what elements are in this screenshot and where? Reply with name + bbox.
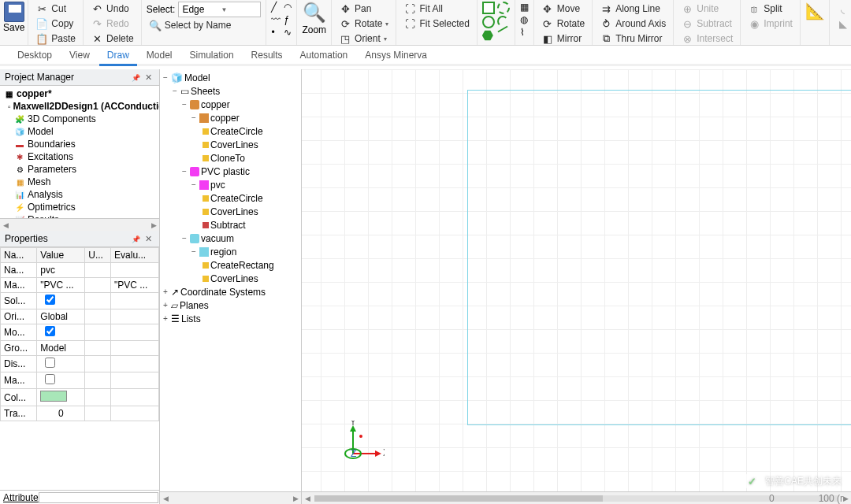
pan-button[interactable]: ✥Pan bbox=[336, 2, 391, 16]
properties-table[interactable]: Na...ValueU...Evalu... Na...pvc Ma..."PV… bbox=[0, 247, 159, 421]
ribbon: Save ✂Cut 📄Copy 📋Paste ↶Undo ↷Redo ✕Dele… bbox=[0, 0, 851, 46]
pin-icon[interactable]: 📌 bbox=[129, 235, 143, 243]
pm-parameters: ⚙Parameters bbox=[3, 163, 156, 176]
solve-inside-checkbox[interactable] bbox=[45, 295, 55, 305]
intersect-button: ⊗Intersect bbox=[678, 32, 735, 46]
paste-button[interactable]: 📋Paste bbox=[33, 32, 78, 46]
svg-marker-3 bbox=[375, 450, 381, 457]
pm-optimetrics: ⚡Optimetrics bbox=[3, 201, 156, 213]
tab-draw[interactable]: Draw bbox=[99, 46, 137, 66]
thru-mirror-button[interactable]: ⧉Thru Mirror bbox=[597, 32, 668, 46]
arc-tool-icon[interactable]: ◠ bbox=[284, 2, 292, 13]
pin-icon[interactable]: 📌 bbox=[129, 74, 143, 82]
region-boundary bbox=[467, 90, 851, 425]
imprint-button: ◉Imprint bbox=[745, 17, 795, 31]
table-row: Dis... bbox=[1, 356, 159, 372]
pm-excitations: ✱Excitations bbox=[3, 150, 156, 163]
table-row: Ori...Global bbox=[1, 309, 159, 324]
tab-model[interactable]: Model bbox=[139, 46, 180, 64]
cyl-3d-icon[interactable]: ◍ bbox=[520, 14, 529, 25]
cut-button[interactable]: ✂Cut bbox=[33, 2, 78, 16]
wechat-icon: ✓ bbox=[743, 472, 760, 490]
mirror-button[interactable]: ◧Mirror bbox=[539, 32, 587, 46]
eq-tool-icon[interactable]: ƒ bbox=[284, 14, 292, 25]
color-swatch[interactable] bbox=[40, 391, 67, 402]
along-line-button[interactable]: ⇉Along Line bbox=[597, 2, 668, 16]
table-row: Mo... bbox=[1, 324, 159, 341]
polygon-tool-icon[interactable] bbox=[482, 30, 493, 41]
save-button[interactable]: Save bbox=[3, 22, 24, 33]
watermark: ✓ 智善CAE共创未来 bbox=[743, 472, 842, 490]
main-tabs: Desktop View Draw Model Simulation Resul… bbox=[0, 46, 851, 66]
undo-button[interactable]: ↶Undo bbox=[88, 2, 136, 16]
orient-button[interactable]: ◳Orient▾ bbox=[336, 32, 391, 46]
tab-desktop[interactable]: Desktop bbox=[9, 46, 60, 64]
fit-all-button[interactable]: ⛶Fit All bbox=[401, 2, 471, 16]
pm-boundaries: ▬Boundaries bbox=[3, 138, 156, 150]
tab-simulation[interactable]: Simulation bbox=[182, 46, 242, 64]
svg-point-5 bbox=[359, 435, 362, 438]
split-button[interactable]: ⎅Split bbox=[745, 2, 795, 16]
coordinate-triad[interactable]: Z Y X bbox=[329, 421, 385, 476]
display-checkbox[interactable] bbox=[45, 358, 55, 368]
close-icon[interactable]: ✕ bbox=[143, 72, 154, 82]
chamfer-button: ◣Chamfer bbox=[834, 17, 851, 31]
rectangle-tool-icon[interactable] bbox=[482, 2, 495, 14]
canvas-viewport[interactable]: Y X pvc, Edge_13 Z Y X ✓ 智善CAE共创未来 ◀ ▶ 0… bbox=[302, 69, 851, 504]
move-button[interactable]: ✥Move bbox=[539, 2, 587, 16]
project-manager-header: Project Manager 📌✕ bbox=[0, 69, 159, 86]
line-tool-icon[interactable]: ╱ bbox=[271, 2, 281, 13]
project-tree[interactable]: ▦copper* ▫Maxwell2DDesign1 (ACConduction… bbox=[0, 86, 159, 218]
measure-icon[interactable]: 📐 bbox=[805, 2, 824, 20]
point-tool-icon[interactable]: • bbox=[271, 27, 281, 38]
pm-3dcomp: 🧩3D Components bbox=[3, 113, 156, 125]
project-node: ▦copper* bbox=[3, 87, 156, 100]
attribute-input[interactable] bbox=[39, 492, 158, 503]
material-checkbox[interactable] bbox=[45, 374, 55, 384]
tab-minerva[interactable]: Ansys Minerva bbox=[357, 46, 435, 64]
table-row: Col... bbox=[1, 389, 159, 406]
delete-button[interactable]: ✕Delete bbox=[88, 32, 136, 46]
model-tree[interactable]: −🧊Model −▭Sheets −copper −copper CreateC… bbox=[160, 69, 301, 491]
properties-header: Properties 📌✕ bbox=[0, 231, 159, 247]
pm-scrollbar[interactable]: ◀▶ bbox=[0, 218, 159, 231]
table-row: Tra...0 bbox=[1, 406, 159, 421]
subtract-button: ⊖Subtract bbox=[678, 17, 735, 31]
tab-results[interactable]: Results bbox=[243, 46, 291, 64]
copy-button[interactable]: 📄Copy bbox=[33, 17, 78, 31]
tree-scrollbar[interactable]: ◀▶ bbox=[160, 491, 301, 504]
box-3d-icon[interactable]: ▦ bbox=[520, 2, 529, 13]
table-row: Ma... bbox=[1, 372, 159, 389]
svg-text:Y: Y bbox=[350, 421, 356, 428]
unite-button: ⊕Unite bbox=[678, 2, 735, 16]
select-by-name-button[interactable]: 🔍Select by Name bbox=[147, 18, 262, 32]
table-row: Gro...Model bbox=[1, 341, 159, 356]
tab-automation[interactable]: Automation bbox=[292, 46, 356, 64]
close-icon[interactable]: ✕ bbox=[143, 234, 154, 243]
select-label: Select: bbox=[147, 4, 176, 15]
attribute-bar: Attribute bbox=[0, 490, 159, 504]
table-row: Ma..."PVC ..."PVC ... bbox=[1, 278, 159, 293]
circle-tool-icon[interactable] bbox=[482, 16, 495, 28]
svg-text:Z: Z bbox=[351, 448, 356, 459]
zoom-label: Zoom bbox=[302, 24, 326, 35]
rotate-view-button[interactable]: ⟳Rotate▾ bbox=[336, 17, 391, 31]
ellipse-tool-icon[interactable] bbox=[497, 2, 510, 14]
model-checkbox[interactable] bbox=[45, 326, 55, 336]
zoom-icon[interactable]: 🔍 bbox=[303, 2, 326, 24]
around-axis-button[interactable]: ⥁Around Axis bbox=[597, 17, 668, 31]
fillet-button: ◟Fillet bbox=[834, 2, 851, 16]
pm-mesh: ▦Mesh bbox=[3, 176, 156, 188]
rotate-transform-button[interactable]: ⟳Rotate bbox=[539, 17, 587, 31]
save-icon[interactable] bbox=[4, 2, 24, 22]
svg-text:X: X bbox=[383, 447, 385, 458]
redo-button: ↷Redo bbox=[88, 17, 136, 31]
select-mode-dropdown[interactable]: Edge▼ bbox=[178, 2, 261, 17]
tab-view[interactable]: View bbox=[61, 46, 98, 64]
pm-analysis: 📊Analysis bbox=[3, 188, 156, 201]
canvas-scrollbar[interactable]: ◀ ▶ 0100 (r bbox=[302, 491, 851, 504]
fit-selected-button[interactable]: ⛶Fit Selected bbox=[401, 17, 471, 31]
sweep-icon[interactable]: ⌇ bbox=[520, 27, 529, 38]
spline-tool-icon[interactable]: 〰 bbox=[271, 14, 281, 25]
curve-tool-icon[interactable]: ∿ bbox=[284, 27, 292, 38]
